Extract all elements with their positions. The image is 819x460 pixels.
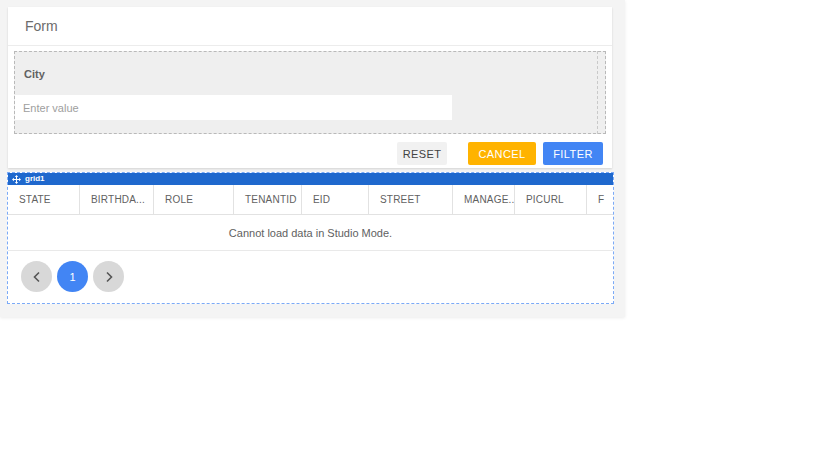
form-title-bar: Form <box>8 7 612 46</box>
cancel-button[interactable]: CANCEL <box>468 142 536 165</box>
grid-widget-name: grid1 <box>25 173 45 185</box>
grid-column-header[interactable]: ROLE <box>154 185 234 214</box>
app-canvas: Form City RESET CANCEL FILTER <box>0 0 625 317</box>
city-field-container[interactable]: City <box>14 51 606 134</box>
form-button-row: RESET CANCEL FILTER <box>8 142 603 165</box>
chevron-left-icon <box>33 271 41 283</box>
grid-pagination: 1 <box>8 251 613 292</box>
grid-header-row: STATEBIRTHDA...ROLETENANTIDEIDSTREETMANA… <box>8 185 613 215</box>
grid-column-header[interactable]: MANAGE... <box>453 185 515 214</box>
studio-page: Form City RESET CANCEL FILTER <box>0 0 819 460</box>
pagination-prev-button[interactable] <box>21 261 52 292</box>
container-resize-divider <box>597 51 598 134</box>
form-widget[interactable]: Form City RESET CANCEL FILTER <box>8 7 612 168</box>
reset-button[interactable]: RESET <box>397 142 447 165</box>
move-icon <box>12 175 21 184</box>
grid-column-header[interactable]: STATE <box>8 185 80 214</box>
grid-column-header[interactable]: STREET <box>369 185 453 214</box>
grid-column-header[interactable]: TENANTID <box>234 185 302 214</box>
pagination-page-1-button[interactable]: 1 <box>57 261 88 292</box>
grid-drag-handle[interactable]: grid1 <box>8 173 613 185</box>
filter-button[interactable]: FILTER <box>543 142 603 165</box>
grid-column-header[interactable]: F <box>587 185 613 214</box>
grid-column-header[interactable]: BIRTHDA... <box>80 185 154 214</box>
city-field-label: City <box>24 68 45 80</box>
grid-column-header[interactable]: EID <box>302 185 369 214</box>
grid-empty-state: Cannot load data in Studio Mode. <box>8 215 613 251</box>
city-input[interactable] <box>15 95 452 120</box>
grid-widget[interactable]: grid1 STATEBIRTHDA...ROLETENANTIDEIDSTRE… <box>7 172 614 304</box>
chevron-right-icon <box>105 271 113 283</box>
pagination-next-button[interactable] <box>93 261 124 292</box>
grid-column-header[interactable]: PICURL <box>515 185 587 214</box>
form-title: Form <box>25 18 58 34</box>
grid-empty-message: Cannot load data in Studio Mode. <box>229 227 392 239</box>
